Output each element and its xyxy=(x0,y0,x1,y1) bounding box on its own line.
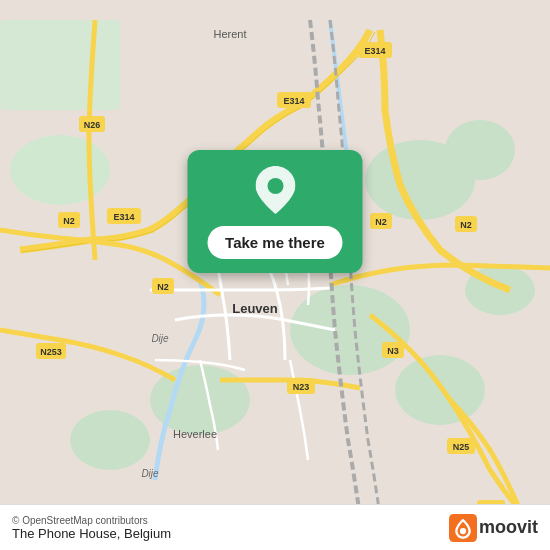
svg-text:Heverlee: Heverlee xyxy=(173,428,217,440)
location-pin-icon xyxy=(255,166,295,218)
svg-text:N26: N26 xyxy=(84,120,101,130)
svg-text:N3: N3 xyxy=(387,346,399,356)
svg-rect-3 xyxy=(0,20,120,110)
moovit-text: moovit xyxy=(479,517,538,538)
svg-point-4 xyxy=(10,135,110,205)
map-container: E314 E314 E314 N26 N2 N2 N2 N2 N253 N3 N… xyxy=(0,0,550,550)
svg-text:Leuven: Leuven xyxy=(232,301,278,316)
svg-text:E314: E314 xyxy=(364,46,385,56)
osm-credit: © OpenStreetMap contributors xyxy=(12,515,171,526)
svg-text:Dije: Dije xyxy=(151,333,169,344)
svg-text:N23: N23 xyxy=(293,382,310,392)
map-background: E314 E314 E314 N26 N2 N2 N2 N2 N253 N3 N… xyxy=(0,0,550,550)
svg-point-7 xyxy=(395,355,485,425)
svg-point-2 xyxy=(445,120,515,180)
svg-text:Herent: Herent xyxy=(213,28,246,40)
svg-text:N25: N25 xyxy=(453,442,470,452)
svg-text:N2: N2 xyxy=(157,282,169,292)
svg-text:N2: N2 xyxy=(375,217,387,227)
moovit-brand-icon xyxy=(449,514,477,542)
svg-text:N253: N253 xyxy=(40,347,62,357)
svg-point-8 xyxy=(70,410,150,470)
bottom-bar: © OpenStreetMap contributors The Phone H… xyxy=(0,504,550,550)
place-name: The Phone House, Belgium xyxy=(12,526,171,541)
svg-text:E314: E314 xyxy=(113,212,134,222)
svg-point-43 xyxy=(460,528,466,534)
svg-text:E314: E314 xyxy=(283,96,304,106)
svg-text:N2: N2 xyxy=(63,216,75,226)
svg-point-41 xyxy=(267,178,283,194)
svg-text:Dije: Dije xyxy=(141,468,159,479)
moovit-logo: moovit xyxy=(449,514,538,542)
take-me-there-button[interactable]: Take me there xyxy=(207,226,343,259)
navigation-card: Take me there xyxy=(188,150,363,273)
bottom-left-info: © OpenStreetMap contributors The Phone H… xyxy=(12,515,171,541)
svg-text:N2: N2 xyxy=(460,220,472,230)
